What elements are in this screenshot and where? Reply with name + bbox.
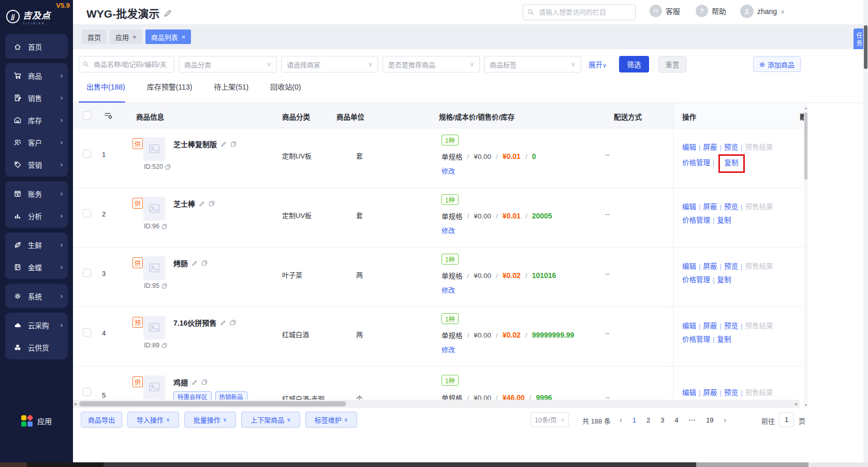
category-select[interactable]: 商品分类 ∨	[179, 56, 277, 72]
edit-link[interactable]: 编辑	[682, 389, 696, 397]
hide-link[interactable]: 屏蔽	[703, 143, 717, 151]
page-size-select[interactable]: 10条/页 ∨	[531, 412, 569, 427]
hide-link[interactable]: 屏蔽	[703, 203, 717, 211]
global-search-input[interactable]	[523, 4, 636, 20]
copy-link[interactable]: 复制	[717, 216, 731, 224]
page-number[interactable]: 4	[674, 416, 678, 424]
task-drawer-tab[interactable]: 任务	[854, 28, 863, 51]
tab-stock-warning[interactable]: 库存预警(113)	[147, 81, 193, 92]
filter-button[interactable]: 筛选	[619, 56, 649, 72]
scroll-down-icon[interactable]: ▼	[804, 403, 808, 407]
import-menu-button[interactable]: 导入操作∨	[127, 412, 179, 428]
copy-link[interactable]: 复制	[717, 335, 731, 343]
merchant-select[interactable]: 请选择商家 ∨	[281, 56, 378, 72]
sidebar-item-marketing[interactable]: 营销 ›	[5, 153, 68, 176]
row-checkbox[interactable]	[83, 328, 91, 337]
edit-name-icon[interactable]	[192, 260, 198, 266]
copy-name-icon[interactable]	[209, 200, 215, 207]
more-pages-icon[interactable]: •••	[689, 417, 696, 423]
sidebar-item-kingdee[interactable]: 金蝶 ›	[5, 256, 68, 278]
page-number[interactable]: 3	[660, 416, 664, 424]
edit-link[interactable]: 编辑	[682, 203, 696, 211]
product-search-input[interactable]	[79, 56, 174, 72]
select-all-checkbox[interactable]	[83, 111, 91, 120]
scroll-up-icon[interactable]: ▲	[804, 106, 808, 110]
tag-maintain-button[interactable]: 标签维护∨	[305, 412, 357, 428]
tab-home[interactable]: 首页	[82, 30, 107, 44]
price-mgmt-link[interactable]: 价格管理	[682, 335, 710, 343]
tag-select[interactable]: 商品标签 ∨	[484, 56, 581, 72]
edit-name-icon[interactable]	[220, 141, 227, 147]
sidebar-item-products[interactable]: 商品 ›	[5, 64, 68, 86]
copy-name-icon[interactable]	[201, 260, 208, 266]
add-product-button[interactable]: ⊕ 添加商品	[753, 56, 801, 72]
modify-link[interactable]: 修改	[442, 166, 455, 176]
horizontal-scroll-thumb[interactable]	[79, 401, 346, 406]
sidebar-apps-button[interactable]: 应用	[0, 415, 73, 427]
sidebar-item-fresh[interactable]: 生鲜 ›	[5, 233, 68, 256]
preview-link[interactable]: 预览	[724, 322, 738, 330]
edit-link[interactable]: 编辑	[682, 262, 696, 270]
copy-link[interactable]: 复制	[717, 276, 731, 284]
copy-name-icon[interactable]	[201, 379, 208, 385]
copy-name-icon[interactable]	[230, 141, 237, 147]
price-mgmt-link[interactable]: 价格管理	[682, 276, 710, 284]
sidebar-item-customers[interactable]: 客户 ›	[5, 131, 68, 153]
preview-link[interactable]: 预览	[724, 203, 738, 211]
page-number[interactable]: 2	[646, 416, 650, 424]
user-menu[interactable]: zhang ∨	[740, 5, 785, 18]
prev-page-icon[interactable]: ‹	[620, 416, 622, 424]
modify-link[interactable]: 修改	[442, 285, 455, 295]
sidebar-item-sales[interactable]: 销售 ›	[5, 86, 68, 109]
batch-menu-button[interactable]: 批量操作∨	[184, 412, 236, 428]
edit-link[interactable]: 编辑	[682, 322, 696, 330]
page-number-last[interactable]: 19	[706, 416, 713, 424]
edit-title-icon[interactable]	[164, 9, 172, 18]
preview-link[interactable]: 预览	[724, 389, 738, 397]
export-button[interactable]: 商品导出	[81, 412, 122, 428]
service-button[interactable]: 客服	[650, 5, 680, 17]
sidebar-item-inventory[interactable]: 库存 ›	[5, 109, 68, 131]
edit-name-icon[interactable]	[220, 319, 226, 326]
sidebar-item-analysis[interactable]: 分析 ›	[5, 205, 68, 227]
tab-selling[interactable]: 出售中(188)	[86, 81, 125, 92]
copy-id-icon[interactable]	[165, 164, 171, 170]
shelf-menu-button[interactable]: 上下架商品∨	[241, 412, 300, 428]
recommend-select[interactable]: 是否是推荐商品 ∨	[382, 56, 480, 72]
modify-link[interactable]: 修改	[442, 225, 455, 235]
tab-apps[interactable]: 应用 ×	[110, 30, 142, 44]
expand-filters-link[interactable]: 展开∨	[589, 59, 607, 69]
sidebar-item-home[interactable]: 首页	[5, 35, 68, 57]
horizontal-scrollbar[interactable]: ◂ ▸	[73, 400, 800, 408]
edit-name-icon[interactable]	[192, 379, 198, 385]
tab-product-list[interactable]: 商品列表 ×	[145, 30, 192, 44]
goto-page-input[interactable]	[779, 412, 794, 427]
vertical-scroll-thumb[interactable]	[804, 112, 807, 180]
sidebar-item-finance[interactable]: 账务 ›	[5, 182, 68, 205]
price-mgmt-link[interactable]: 价格管理	[682, 159, 710, 167]
sidebar-item-cloud-supply[interactable]: 云供货	[5, 336, 68, 358]
sidebar-item-system[interactable]: 系统 ›	[5, 285, 68, 307]
row-checkbox[interactable]	[83, 269, 91, 277]
edit-link[interactable]: 编辑	[682, 143, 696, 151]
page-scroll-thumb[interactable]	[864, 25, 867, 69]
modify-link[interactable]: 修改	[442, 344, 455, 354]
hide-link[interactable]: 屏蔽	[703, 389, 717, 397]
table-vertical-scrollbar[interactable]: ▲ ▼	[804, 105, 808, 408]
column-settings-icon[interactable]	[104, 111, 113, 120]
copy-id-icon[interactable]	[161, 283, 167, 289]
preview-link[interactable]: 预览	[724, 143, 738, 151]
hide-link[interactable]: 屏蔽	[703, 262, 717, 270]
copy-id-icon[interactable]	[161, 343, 167, 348]
price-mgmt-link[interactable]: 价格管理	[682, 216, 710, 224]
edit-name-icon[interactable]	[199, 200, 205, 207]
tab-recycle-bin[interactable]: 回收站(0)	[270, 81, 301, 92]
close-icon[interactable]: ×	[182, 33, 186, 41]
next-page-icon[interactable]: ›	[724, 416, 727, 424]
row-checkbox[interactable]	[83, 209, 91, 217]
scroll-right-icon[interactable]: ▸	[795, 401, 798, 406]
sidebar-item-cloud-purchase[interactable]: 云采购 ›	[5, 314, 68, 336]
tab-pending-shelf[interactable]: 待上架(51)	[214, 81, 248, 92]
copy-link[interactable]: 复制	[725, 159, 739, 167]
row-checkbox[interactable]	[83, 150, 91, 158]
